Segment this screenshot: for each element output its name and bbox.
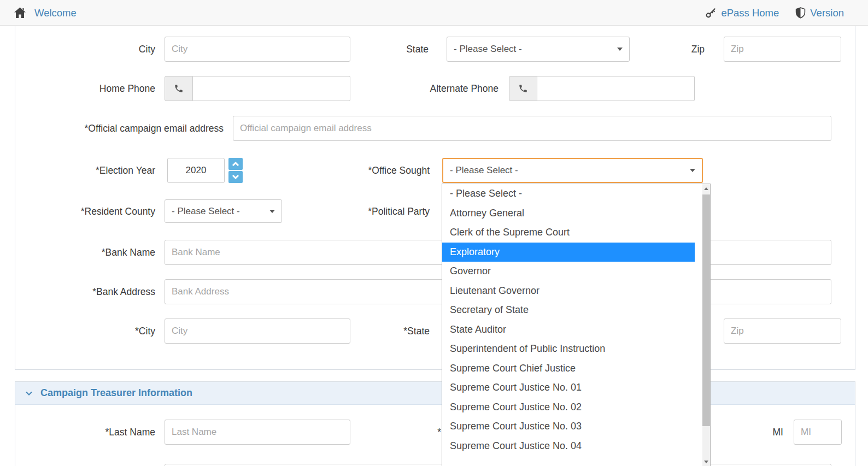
bank-zip-input[interactable] [724,318,841,344]
zip-input[interactable] [724,37,841,62]
scroll-down-button[interactable] [702,457,710,466]
version-link[interactable]: Version [795,7,844,19]
scroll-up-button[interactable] [702,184,710,193]
state-label: State [319,37,429,62]
mi-input[interactable] [794,420,842,445]
office-option[interactable]: Secretary of State [442,300,695,320]
version-label: Version [810,7,844,19]
last-name-label: *Last Name [15,420,155,445]
nav-left: Welcome [13,0,77,26]
candidate-info-panel: City State - Please Select - Zip Home Ph… [15,26,855,370]
nav-right: ePass Home Version [705,0,844,26]
office-option[interactable]: Supreme Court Justice No. 03 [442,417,695,436]
treasurer-panel: Campaign Treasurer Information *Last Nam… [15,381,855,466]
state-select-value: - Please Select - [454,44,522,55]
office-option[interactable]: Lieutenant Governor [442,281,695,301]
office-sought-select[interactable]: - Please Select - [442,158,703,183]
dropdown-scrollbar[interactable] [702,184,710,466]
campaign-email-label: *Official campaign email address [15,116,224,141]
phone-icon [518,84,528,93]
home-phone-input[interactable] [193,76,350,101]
top-nav-bar: Welcome ePass Home Version [0,0,868,26]
key-icon [705,7,717,19]
office-option[interactable]: - Please Select - [442,184,695,204]
bank-address-label: *Bank Address [15,279,155,304]
office-option[interactable]: Clerk of the Supreme Court [442,223,695,243]
year-decrement-button[interactable] [228,171,243,183]
mi-label: MI [756,420,783,445]
bank-name-label: *Bank Name [15,240,155,265]
home-phone-addon [165,76,193,101]
welcome-link[interactable]: Welcome [34,7,77,19]
epass-home-link[interactable]: ePass Home [705,7,779,19]
last-name-input[interactable] [165,420,350,445]
bank-city-label: *City [15,318,155,344]
chevron-down-icon [690,169,695,172]
home-phone-label: Home Phone [15,76,155,101]
political-party-label: *Political Party [293,199,430,224]
triangle-up-icon [704,187,708,190]
office-sought-dropdown: - Please Select - Attorney General Clerk… [442,184,711,466]
phone-icon [174,84,184,93]
office-option[interactable]: Attorney General [442,204,695,223]
election-year-input[interactable] [167,158,225,183]
city-label: City [15,37,155,62]
office-option[interactable]: Supreme Court Justice No. 01 [442,378,695,398]
office-option[interactable]: Exploratory [442,243,695,262]
chevron-down-icon [269,210,275,213]
resident-county-label: *Resident County [15,199,155,224]
office-option[interactable]: Superintendent of Public Instruction [442,339,695,359]
zip-label: Zip [595,37,705,62]
office-option[interactable]: Supreme Court Chief Justice [442,359,695,379]
alternate-phone-label: Alternate Phone [362,76,498,101]
office-option[interactable]: Governor [442,262,695,281]
resident-county-select-value: - Please Select - [172,206,240,217]
triangle-down-icon [704,461,708,463]
treasurer-section-title: Campaign Treasurer Information [40,387,192,399]
bank-state-label: *State [293,318,430,344]
home-icon[interactable] [13,6,27,20]
alternate-phone-addon [509,76,537,101]
office-option[interactable]: Supreme Court Justice No. 04 [442,436,695,456]
first-name-label-partial: * [414,420,441,445]
office-option[interactable]: State Auditor [442,320,695,340]
alternate-phone-input[interactable] [537,76,695,101]
election-year-label: *Election Year [15,158,155,183]
epass-home-label: ePass Home [721,7,779,19]
shield-icon [795,7,806,19]
scrollbar-thumb[interactable] [702,194,710,426]
campaign-email-input[interactable] [233,116,831,141]
year-increment-button[interactable] [228,158,243,170]
page: Welcome ePass Home Version [0,0,868,466]
office-sought-select-value: - Please Select - [450,165,518,176]
treasurer-section-header[interactable]: Campaign Treasurer Information [15,382,855,405]
chevron-down-icon [25,389,33,398]
office-option[interactable]: Supreme Court Justice No. 02 [442,398,695,417]
resident-county-select[interactable]: - Please Select - [165,199,282,223]
office-sought-label: *Office Sought [293,158,430,183]
